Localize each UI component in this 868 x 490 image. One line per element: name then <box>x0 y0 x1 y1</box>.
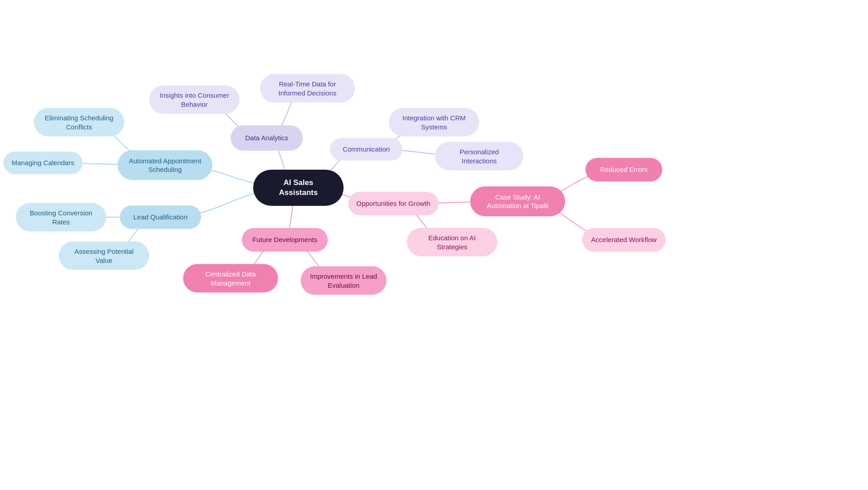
node-improvements-lead[interactable]: Improvements in Lead Evaluation <box>301 266 387 295</box>
node-crm-integration[interactable]: Integration with CRM Systems <box>389 108 479 137</box>
node-centralized-data[interactable]: Centralized Data Management <box>183 264 278 293</box>
node-future-developments[interactable]: Future Developments <box>242 228 328 252</box>
node-boosting-conversion[interactable]: Boosting Conversion Rates <box>16 203 106 232</box>
node-consumer-behavior[interactable]: Insights into Consumer Behavior <box>149 86 240 114</box>
node-opportunities[interactable]: Opportunities for Growth <box>348 192 439 215</box>
node-education-ai[interactable]: Education on AI Strategies <box>407 228 497 257</box>
node-center[interactable]: AI Sales Assistants <box>253 170 344 206</box>
node-auto-scheduling[interactable]: Automated Appointment Scheduling <box>118 150 212 180</box>
node-real-time-data[interactable]: Real-Time Data for Informed Decisions <box>260 74 355 103</box>
node-personalized[interactable]: Personalized Interactions <box>435 142 524 171</box>
node-accelerated-workflow[interactable]: Accelerated Workflow <box>582 228 666 252</box>
node-elim-scheduling[interactable]: Eliminating Scheduling Conflicts <box>34 108 124 137</box>
node-case-study[interactable]: Case Study: AI Automation at Tipalti <box>470 186 565 216</box>
node-reduced-errors[interactable]: Reduced Errors <box>585 158 662 181</box>
node-data-analytics[interactable]: Data Analytics <box>231 125 303 151</box>
mindmap-container: AI Sales AssistantsData AnalyticsReal-Ti… <box>0 0 868 490</box>
node-lead-qualification[interactable]: Lead Qualification <box>120 205 201 229</box>
node-managing-calendars[interactable]: Managing Calendars <box>4 152 83 174</box>
node-assessing-value[interactable]: Assessing Potential Value <box>59 242 149 270</box>
node-communication[interactable]: Communication <box>330 138 402 161</box>
